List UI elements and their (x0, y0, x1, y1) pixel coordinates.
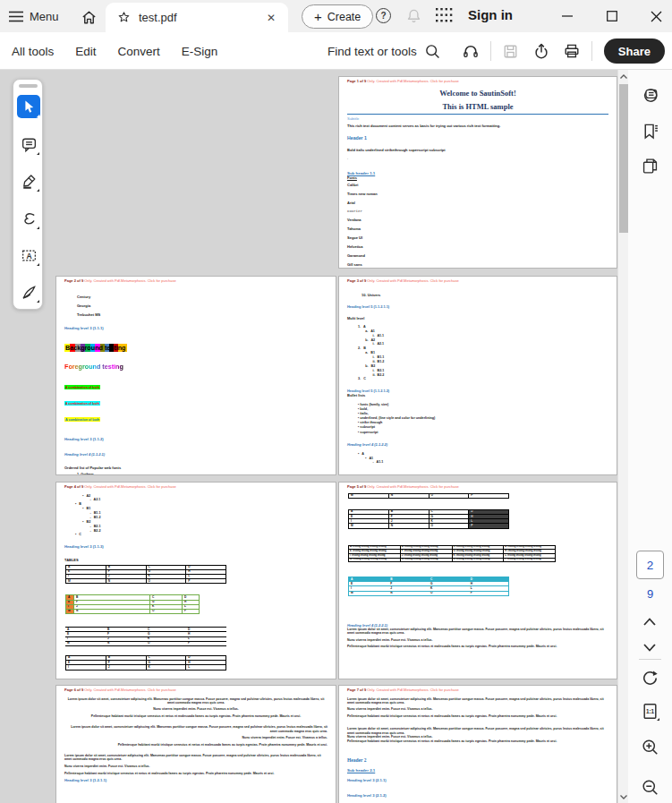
zoom-out-button[interactable] (640, 777, 659, 797)
list-item: Gotham (77, 473, 327, 475)
toolbar: All toolsEditConvertE-Sign Find text or … (0, 32, 672, 70)
pdf-page-7[interactable]: Page 7 of 9 Only. Created with Pdf.Metam… (338, 685, 617, 803)
document-tab[interactable]: test.pdf ✕ (106, 3, 288, 32)
font-name: Courier (347, 209, 608, 213)
trial-watermark[interactable]: Page 4 of 9 Only. Created with Pdf.Metam… (64, 484, 327, 490)
table-cell: P (469, 524, 509, 528)
table-cell: P Testing testing testing testing (504, 558, 556, 562)
table-cell: P (186, 579, 226, 584)
table-cell: N (106, 579, 146, 584)
pdf-page-1[interactable]: Page 1 of 9 Only. Created with Pdf.Metam… (338, 76, 617, 269)
doc-table-grid: ABCDEFGHIJKLMNOP (65, 565, 226, 585)
notifications-bell-icon[interactable] (405, 7, 422, 29)
table-cell: N (388, 524, 429, 528)
table-cell: O (146, 641, 186, 645)
create-button[interactable]: + Create (302, 4, 373, 29)
comments-panel-button[interactable] (640, 86, 659, 106)
table-cell: O (429, 524, 469, 528)
rotate-clockwise-icon (641, 669, 659, 688)
draw-tool-button[interactable] (17, 207, 40, 230)
find-text-or-tools-button[interactable]: Find text or tools (327, 43, 441, 60)
chevron-down-icon (643, 644, 656, 652)
table-cell: N (388, 493, 429, 498)
doc-fonts-label: Fonts (347, 175, 608, 180)
fill-sign-tool-button[interactable] (17, 280, 40, 303)
tab-close-button[interactable]: ✕ (263, 10, 279, 26)
add-text-tool-button[interactable]: A (17, 243, 40, 267)
zoom-in-button[interactable] (640, 737, 659, 756)
home-button[interactable] (79, 7, 98, 27)
chevron-up-icon (643, 618, 656, 626)
page-display-size-button[interactable]: 1:1 (640, 701, 659, 721)
print-icon[interactable] (557, 38, 587, 64)
toolbar-menus: All toolsEditConvertE-Sign (12, 32, 217, 70)
help-button[interactable]: ? (376, 8, 391, 23)
lorem-paragraph: Pellentesque habitant morbi tristique se… (64, 772, 327, 775)
list-item: superscript (358, 431, 608, 435)
trial-watermark[interactable]: Page 3 of 9 Only. Created with Pdf.Metam… (347, 278, 608, 284)
table-cell: O (429, 493, 469, 498)
comment-tool-button[interactable] (17, 132, 40, 156)
highlight-tool-button[interactable] (17, 169, 40, 192)
toolbar-right-cluster: Find text or tools Share (327, 32, 665, 70)
trial-watermark[interactable]: Page 2 of 9 Only. Created with Pdf.Metam… (64, 278, 327, 284)
highlight-line: A combination of both (64, 417, 100, 422)
toolbar-menu-item[interactable]: Convert (118, 45, 160, 58)
next-page-button[interactable] (640, 637, 659, 657)
menu-button[interactable]: Menu (9, 0, 59, 32)
pdf-page-3[interactable]: Page 3 of 9 Only. Created with Pdf.Metam… (338, 276, 617, 475)
hamburger-icon (9, 11, 23, 22)
doc-nested-list: ▪ A2 - A2.1• B ▪ B1 - B1.1 - B1.2 ▪ B2 -… (75, 494, 327, 538)
window-minimize-button[interactable] (553, 0, 582, 32)
bookmark-icon (641, 122, 659, 141)
trial-watermark[interactable]: Page 7 of 9 Only. Created with Pdf.Metam… (347, 688, 608, 693)
star-icon[interactable] (117, 11, 131, 24)
vertical-scrollbar[interactable] (617, 70, 628, 803)
font-name: Segoe UI (347, 235, 608, 240)
doc-heading3: Heading level 3 (1.1.3) (64, 544, 327, 549)
toolbar-menu-item[interactable]: Edit (75, 45, 96, 58)
font-name: Trebuchet MS (77, 312, 327, 317)
palette-drag-handle[interactable] (19, 84, 38, 88)
rotate-page-button[interactable] (640, 668, 659, 688)
page-number-input[interactable] (636, 551, 664, 579)
scrollbar-thumb[interactable] (619, 84, 628, 233)
window-close-button[interactable] (642, 0, 670, 32)
sign-in-button[interactable]: Sign in (468, 7, 513, 22)
doc-intro: This rich text document content serves a… (347, 124, 608, 128)
pdf-page-5[interactable]: Page 5 of 9 Only. Created with Pdf.Metam… (338, 482, 617, 679)
table-row: MNOP (349, 524, 509, 528)
trial-watermark[interactable]: Page 5 of 9 Only. Created with Pdf.Metam… (347, 484, 608, 490)
page-thumbnails-panel-button[interactable] (640, 156, 659, 175)
pdf-page-2[interactable]: Page 2 of 9 Only. Created with Pdf.Metam… (55, 276, 336, 475)
svg-text:A: A (26, 251, 31, 260)
toolbar-menu-item[interactable]: E-Sign (182, 45, 218, 58)
share-button[interactable]: Share (604, 38, 665, 64)
bookmarks-panel-button[interactable] (640, 121, 659, 141)
toolbar-menu-item[interactable]: All tools (12, 45, 54, 58)
table-cell: M (65, 641, 106, 645)
trial-watermark[interactable]: Page 6 of 9 Only. Created with Pdf.Metam… (64, 688, 327, 693)
highlighter-pen-icon (21, 173, 38, 190)
pdf-page-6[interactable]: Page 6 of 9 Only. Created with Pdf.Metam… (55, 685, 336, 803)
table-cell: I (66, 665, 106, 670)
highlight-line: A combination of both (64, 401, 100, 406)
window-maximize-button[interactable] (598, 0, 626, 32)
app-launcher-grid-icon[interactable] (436, 8, 453, 27)
table-cell: P (469, 493, 509, 498)
lorem-paragraph: Lorem ipsum dolor sit amet, consectetuer… (64, 725, 327, 732)
lasso-squiggle-icon (21, 210, 38, 227)
comment-bubble-icon (21, 136, 38, 153)
highlight-line: A combination of both (64, 385, 100, 389)
read-aloud-headphones-icon[interactable] (455, 38, 486, 64)
doc-dot: . (347, 156, 608, 160)
total-pages-label: 9 (628, 587, 672, 601)
previous-page-button[interactable] (640, 611, 659, 631)
table-row: MNOP (65, 641, 226, 645)
share-upload-icon[interactable] (526, 38, 557, 64)
trial-watermark[interactable]: Page 1 of 9 Only. Created with Pdf.Metam… (347, 79, 608, 84)
pdf-page-4[interactable]: Page 4 of 9 Only. Created with Pdf.Metam… (55, 482, 336, 679)
table-cell: J (106, 665, 146, 670)
select-tool-button[interactable] (17, 95, 40, 118)
table-row: MNOP (349, 591, 509, 595)
